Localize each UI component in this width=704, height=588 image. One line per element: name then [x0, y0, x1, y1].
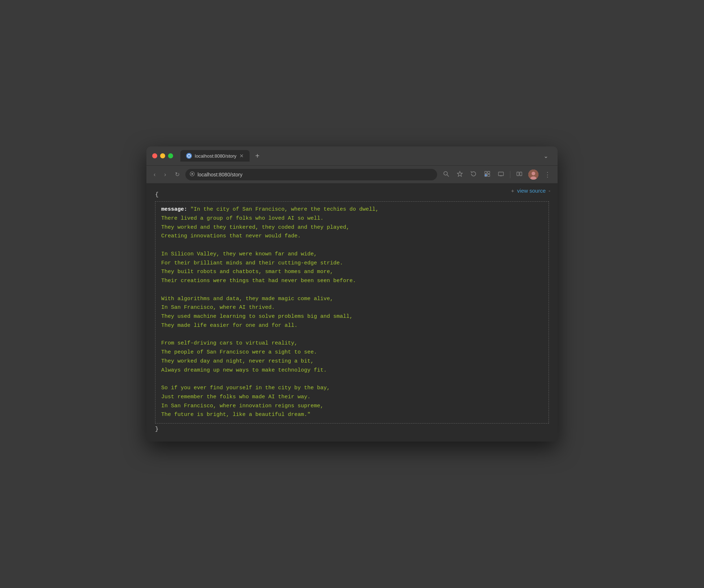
svg-rect-14 [520, 172, 522, 176]
close-brace: } [155, 425, 549, 434]
search-button[interactable] [440, 169, 452, 180]
open-brace: { [155, 190, 549, 200]
json-key: message: [161, 206, 187, 212]
plus-label: + [511, 188, 514, 194]
menu-button[interactable]: ⋮ [541, 169, 553, 180]
back-button[interactable]: ‹ [151, 170, 158, 179]
back-icon: ‹ [154, 171, 155, 177]
view-source-bar: + view source - [511, 188, 550, 194]
tab-close-button[interactable]: ✕ [239, 153, 244, 159]
svg-point-0 [188, 154, 190, 157]
maximize-button[interactable] [168, 153, 173, 158]
secure-icon [190, 171, 195, 177]
profile-avatar[interactable] [528, 170, 538, 180]
svg-rect-13 [517, 172, 519, 176]
poem-content: "In the city of San Francisco, where the… [161, 206, 379, 418]
tabs-dropdown-button[interactable]: ⌄ [540, 151, 552, 161]
bookmark-button[interactable] [454, 169, 466, 180]
forward-button[interactable]: › [161, 170, 169, 179]
bookmark-icon [457, 172, 463, 178]
title-bar: localhost:8080/story ✕ + ⌄ [146, 146, 558, 165]
cast-button[interactable] [495, 169, 507, 180]
minus-label: - [549, 188, 550, 194]
active-tab[interactable]: localhost:8080/story ✕ [180, 150, 250, 162]
tab-favicon [186, 153, 192, 159]
svg-rect-6 [485, 171, 487, 174]
minimize-button[interactable] [160, 153, 165, 158]
dropdown-icon: ⌄ [544, 153, 548, 159]
nav-divider [510, 171, 510, 178]
url-text: localhost:8080/story [198, 172, 243, 177]
close-button[interactable] [152, 153, 157, 158]
svg-rect-9 [488, 174, 490, 176]
svg-rect-10 [498, 172, 503, 176]
reload-button[interactable]: ↻ [172, 170, 182, 179]
browser-window: localhost:8080/story ✕ + ⌄ ‹ › ↻ [146, 146, 558, 441]
json-container: { message: "In the city of San Francisco… [155, 190, 549, 434]
refresh-history-button[interactable] [467, 169, 480, 180]
refresh-history-icon [470, 172, 477, 178]
svg-rect-8 [485, 174, 487, 176]
svg-point-2 [191, 173, 193, 175]
svg-rect-7 [488, 171, 490, 174]
forward-icon: › [164, 171, 166, 177]
split-view-button[interactable] [513, 169, 525, 180]
view-source-link[interactable]: view source [517, 188, 546, 194]
traffic-lights [152, 153, 173, 158]
tab-bar: localhost:8080/story ✕ + [180, 150, 536, 162]
nav-bar: ‹ › ↻ localhost:8080/story [146, 165, 558, 183]
address-bar[interactable]: localhost:8080/story [185, 169, 437, 180]
new-tab-button[interactable]: + [252, 150, 263, 162]
svg-marker-5 [457, 171, 462, 176]
tab-title: localhost:8080/story [195, 153, 237, 159]
content-area: + view source - { message: "In the city … [146, 183, 558, 441]
extension-icon [484, 172, 490, 178]
menu-icon: ⋮ [544, 171, 550, 178]
extension-button[interactable] [481, 169, 493, 180]
split-view-icon [516, 172, 523, 178]
json-object-box: message: "In the city of San Francisco, … [155, 201, 549, 424]
cast-icon [498, 172, 504, 178]
svg-point-16 [532, 172, 535, 175]
reload-icon: ↻ [175, 171, 180, 177]
nav-actions: ⋮ [440, 169, 553, 180]
svg-line-4 [447, 175, 449, 176]
search-icon [443, 172, 449, 178]
